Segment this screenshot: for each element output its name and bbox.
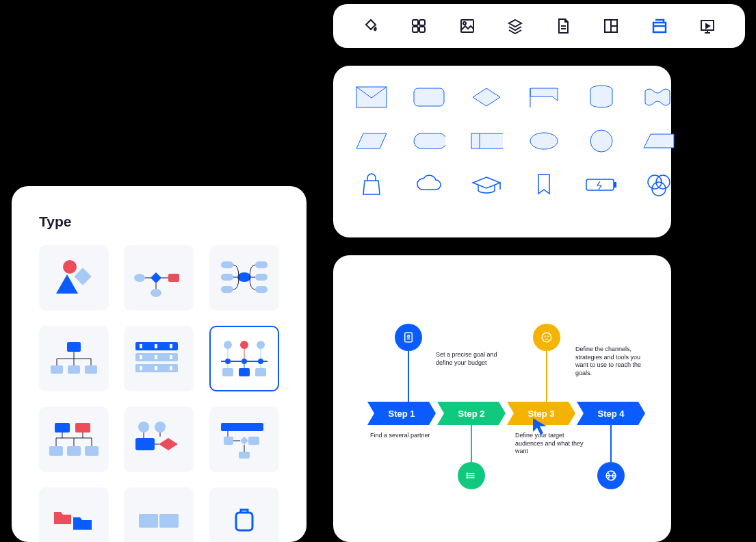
svg-point-114 xyxy=(467,477,468,478)
svg-rect-98 xyxy=(586,179,614,190)
type-grid xyxy=(39,245,279,542)
document-icon[interactable] xyxy=(554,17,572,35)
present-icon[interactable] xyxy=(699,17,716,35)
step3-description: Define your target audiences and what th… xyxy=(515,432,590,456)
type-card-mindmap[interactable] xyxy=(209,245,279,311)
type-card-table-chart[interactable] xyxy=(124,326,194,391)
svg-rect-92 xyxy=(471,133,503,149)
svg-rect-58 xyxy=(222,368,233,376)
fill-icon[interactable] xyxy=(362,17,380,35)
svg-rect-82 xyxy=(239,452,250,459)
shape-ellipse[interactable] xyxy=(527,129,560,153)
type-card-process[interactable] xyxy=(124,406,194,472)
shape-cylinder[interactable] xyxy=(585,85,618,109)
type-card-orgchart[interactable] xyxy=(39,326,109,391)
svg-point-31 xyxy=(237,272,251,282)
shape-envelope[interactable] xyxy=(355,85,388,109)
svg-marker-78 xyxy=(240,437,248,445)
svg-marker-20 xyxy=(151,272,161,283)
svg-rect-60 xyxy=(255,368,266,376)
step2-arrow: Step 2 xyxy=(437,402,506,425)
shape-battery[interactable] xyxy=(585,172,618,197)
svg-rect-26 xyxy=(221,274,233,281)
shape-cloud[interactable] xyxy=(413,172,445,197)
type-card-basic-shapes[interactable] xyxy=(39,245,109,311)
svg-rect-2 xyxy=(413,27,418,32)
step2-description: Set a precise goal and define your budge… xyxy=(436,351,511,367)
shape-rounded-rect[interactable] xyxy=(413,85,445,109)
type-card-folders[interactable] xyxy=(39,487,109,542)
step4-circle-icon xyxy=(597,462,625,489)
shape-wave-rect[interactable] xyxy=(642,85,675,109)
shape-shopping-bag[interactable] xyxy=(355,172,388,197)
image-icon[interactable] xyxy=(458,17,476,35)
svg-rect-27 xyxy=(221,286,233,293)
svg-rect-59 xyxy=(239,368,250,376)
svg-point-70 xyxy=(155,422,166,433)
type-card-tabs[interactable] xyxy=(124,487,194,542)
type-card-flowchart[interactable] xyxy=(124,245,194,311)
templates-icon[interactable] xyxy=(651,17,668,35)
type-card-tree-chart[interactable] xyxy=(39,406,109,472)
step4-description: Define the channels, strategies and tool… xyxy=(575,346,651,378)
shape-stadium[interactable] xyxy=(413,129,445,153)
svg-point-18 xyxy=(134,274,145,282)
step1-circle-icon xyxy=(395,324,422,351)
type-card-timeline-chart[interactable] xyxy=(209,326,279,391)
svg-marker-96 xyxy=(644,134,674,148)
shape-venn[interactable] xyxy=(642,172,675,197)
svg-point-49 xyxy=(240,341,248,349)
type-card-decoration[interactable] xyxy=(209,487,279,542)
svg-point-54 xyxy=(258,359,263,364)
template-preview-panel: Set a precise goal and define your budge… xyxy=(333,255,671,542)
svg-point-105 xyxy=(542,333,551,342)
svg-point-15 xyxy=(63,260,77,274)
shape-circle[interactable] xyxy=(585,129,618,153)
svg-rect-91 xyxy=(414,133,445,149)
svg-rect-16 xyxy=(74,268,91,285)
svg-rect-29 xyxy=(255,274,268,281)
svg-rect-68 xyxy=(85,446,99,456)
step1-arrow: Step 1 xyxy=(367,402,436,425)
svg-rect-30 xyxy=(255,286,268,293)
svg-point-53 xyxy=(242,359,247,364)
svg-rect-99 xyxy=(614,182,616,188)
shape-trapezoid[interactable] xyxy=(642,129,675,153)
type-panel-title: Type xyxy=(39,214,279,230)
svg-rect-33 xyxy=(51,365,63,374)
components-icon[interactable] xyxy=(410,17,428,35)
shape-graduation-cap[interactable] xyxy=(470,172,503,197)
svg-rect-10 xyxy=(611,26,617,32)
svg-point-52 xyxy=(225,359,231,364)
shape-bookmark[interactable] xyxy=(527,172,560,197)
shape-flag[interactable] xyxy=(527,85,560,109)
svg-point-112 xyxy=(467,473,468,474)
svg-rect-40 xyxy=(155,344,157,348)
layers-icon[interactable] xyxy=(506,17,524,35)
svg-rect-41 xyxy=(170,344,172,348)
blocks-icon[interactable] xyxy=(602,17,620,35)
type-card-phases[interactable] xyxy=(209,406,279,472)
svg-point-106 xyxy=(545,336,545,337)
step4-arrow: Step 4 xyxy=(577,402,645,425)
svg-point-48 xyxy=(224,341,232,349)
shape-split-rect[interactable] xyxy=(470,129,503,153)
svg-rect-45 xyxy=(140,366,142,370)
step4-label: Step 4 xyxy=(597,409,624,419)
shape-parallelogram[interactable] xyxy=(355,129,388,153)
step1-connector xyxy=(408,351,409,402)
svg-rect-87 xyxy=(414,88,444,106)
step1-description: Find a several partner xyxy=(370,432,445,440)
svg-point-104 xyxy=(408,335,410,337)
svg-rect-44 xyxy=(170,355,172,359)
svg-rect-46 xyxy=(155,366,157,370)
timeline-template[interactable]: Set a precise goal and define your budge… xyxy=(354,283,651,515)
step1-label: Step 1 xyxy=(388,409,415,419)
svg-rect-85 xyxy=(159,514,179,528)
svg-point-95 xyxy=(590,130,612,152)
step2-label: Step 2 xyxy=(458,409,484,419)
svg-rect-8 xyxy=(605,20,611,32)
svg-marker-17 xyxy=(56,274,78,294)
svg-point-107 xyxy=(548,336,549,337)
shape-diamond[interactable] xyxy=(470,85,503,109)
